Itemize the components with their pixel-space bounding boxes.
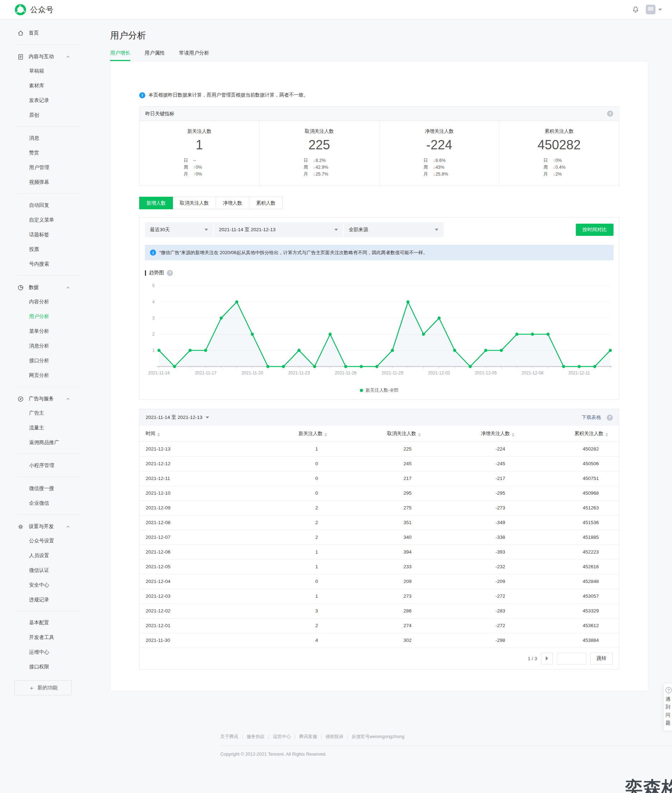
sidebar-item-运维中心[interactable]: 运维中心 (17, 648, 83, 656)
column-header-时间[interactable]: 时间 (139, 426, 255, 442)
sidebar-item-素材库[interactable]: 素材库 (17, 82, 83, 90)
download-table-link[interactable]: 下载表格 (582, 414, 601, 421)
sidebar-item-网页分析[interactable]: 网页分析 (17, 372, 83, 380)
brand[interactable]: 公众号 (14, 3, 54, 16)
sidebar-item-草稿箱[interactable]: 草稿箱 (17, 67, 83, 75)
sidebar-item-用户分析[interactable]: 用户分析 (17, 313, 83, 320)
sidebar-item-开发者工具[interactable]: 开发者工具 (17, 634, 83, 641)
sidebar-item-返佣商品推广[interactable]: 返佣商品推广 (17, 439, 83, 447)
sidebar-item-原创[interactable]: 原创 (17, 111, 83, 119)
sidebar-item-微信搜一搜[interactable]: 微信搜一搜 (17, 485, 83, 492)
sidebar-item-人员设置[interactable]: 人员设置 (17, 552, 83, 560)
tab-常读用户分析[interactable]: 常读用户分析 (179, 50, 209, 61)
plus-icon: ＋ (29, 684, 35, 692)
sidebar-item-接口分析[interactable]: 接口分析 (17, 357, 83, 365)
filter-select-2[interactable]: 全部来源 (344, 222, 443, 237)
table-cell: -217 (432, 471, 525, 486)
help-icon[interactable]: ? (607, 415, 613, 421)
table-cell: -338 (432, 530, 525, 545)
series-tab-取消关注人数[interactable]: 取消关注人数 (173, 197, 216, 209)
sidebar-item-赞赏[interactable]: 赞赏 (17, 149, 83, 157)
sidebar-group-设置与开发[interactable]: 设置与开发 (17, 522, 83, 531)
sidebar-item-微信认证[interactable]: 微信认证 (17, 567, 83, 574)
table-cell: 4 (255, 633, 338, 647)
sidebar-item-违规记录[interactable]: 违规记录 (17, 596, 83, 604)
chevron-up-icon[interactable] (66, 524, 70, 529)
sidebar-item-话题标签[interactable]: 话题标签 (17, 231, 83, 239)
sort-icon[interactable] (512, 433, 515, 437)
filter-select-1[interactable]: 2021-11-14 至 2021-12-13 (214, 222, 343, 237)
page-jump-input[interactable] (557, 653, 586, 665)
sidebar-item-号内搜索[interactable]: 号内搜索 (17, 260, 83, 268)
top-bar: 公众号 (0, 0, 672, 19)
sidebar-item-内容分析[interactable]: 内容分析 (17, 298, 83, 306)
footer-link-1[interactable]: 服务协议 (246, 734, 264, 740)
filter-select-0[interactable]: 最近30天 (145, 222, 213, 237)
series-tab-新增人数[interactable]: 新增人数 (139, 197, 173, 209)
footer-link-5[interactable]: 反馈官号weixingongzhong (352, 734, 404, 740)
sidebar-item-发表记录[interactable]: 发表记录 (17, 96, 83, 104)
sidebar-item-自动回复[interactable]: 自动回复 (17, 201, 83, 209)
sidebar-item-安全中心[interactable]: 安全中心 (17, 581, 83, 589)
new-feature-button[interactable]: ＋ 新的功能 (14, 680, 72, 695)
legend-dot-icon (360, 389, 363, 392)
table-row: 2021-12-072340-338451885 (139, 530, 619, 545)
sidebar-item-公众号设置[interactable]: 公众号设置 (17, 537, 83, 545)
column-header-累积关注人数[interactable]: 累积关注人数 (525, 426, 619, 442)
help-floating-widget[interactable]: ? 遇到问题 (663, 683, 672, 731)
sidebar-item-接口权限[interactable]: 接口权限 (17, 663, 83, 671)
chevron-up-icon[interactable] (66, 397, 70, 401)
chevron-up-icon[interactable] (66, 285, 70, 290)
sidebar-item-自定义菜单[interactable]: 自定义菜单 (17, 216, 83, 224)
sidebar-item-用户管理[interactable]: 用户管理 (17, 164, 83, 171)
sidebar-item-消息分析[interactable]: 消息分析 (17, 342, 83, 350)
footer-link-4[interactable]: 侵权投诉 (325, 734, 343, 740)
tab-用户属性[interactable]: 用户属性 (145, 50, 165, 61)
sort-icon[interactable] (324, 433, 327, 437)
series-tab-净增人数[interactable]: 净增人数 (216, 197, 250, 209)
chevron-up-icon[interactable] (66, 54, 70, 59)
next-page-button[interactable] (541, 653, 553, 665)
sidebar-item-home[interactable]: 首页 (17, 29, 83, 37)
sidebar-item-广告主[interactable]: 广告主 (17, 409, 83, 417)
column-header-新关注人数[interactable]: 新关注人数 (255, 426, 338, 442)
footer-link-3[interactable]: 腾讯客服 (299, 734, 317, 740)
sort-icon[interactable] (418, 433, 421, 437)
table-cell: 2 (255, 500, 338, 515)
sidebar-item-基本配置[interactable]: 基本配置 (17, 619, 83, 627)
table-cell: 2021-12-06 (139, 545, 255, 559)
jump-button[interactable]: 跳转 (590, 653, 613, 665)
sidebar-item-小程序管理[interactable]: 小程序管理 (17, 461, 83, 469)
table-cell: 245 (338, 456, 432, 471)
footer-link-0[interactable]: 关于腾讯 (220, 734, 238, 740)
sort-icon[interactable] (605, 433, 608, 437)
sidebar-group-数据[interactable]: 数据 (17, 283, 83, 292)
avatar[interactable] (646, 5, 656, 14)
compare-by-time-button[interactable]: 按时间对比 (576, 224, 614, 236)
sort-icon[interactable] (157, 433, 160, 437)
help-icon[interactable]: ? (167, 270, 173, 276)
column-header-取消关注人数[interactable]: 取消关注人数 (338, 426, 432, 442)
sidebar-item-菜单分析[interactable]: 菜单分析 (17, 327, 83, 335)
sidebar-item-流量主[interactable]: 流量主 (17, 424, 83, 432)
trend-period: 周 (304, 164, 308, 171)
column-header-净增关注人数[interactable]: 净增关注人数 (432, 426, 525, 442)
tab-用户增长[interactable]: 用户增长 (110, 50, 130, 61)
account-menu[interactable] (646, 5, 662, 14)
sidebar-group-广告与服务[interactable]: 广告与服务 (17, 394, 83, 403)
sidebar-item-消息[interactable]: 消息 (17, 134, 83, 142)
help-icon[interactable]: ? (607, 111, 613, 117)
sidebar-item-企业微信[interactable]: 企业微信 (17, 499, 83, 507)
sidebar-item-视频弹幕[interactable]: 视频弹幕 (17, 178, 83, 186)
metric-trend-row: 周↑0% (184, 164, 215, 171)
footer-link-2[interactable]: 运营中心 (273, 734, 291, 740)
sidebar-group-内容与互动[interactable]: 内容与互动 (17, 53, 83, 61)
table-range-select[interactable]: 2021-11-14 至 2021-12-13 (146, 414, 209, 421)
metric-value: 225 (309, 138, 330, 152)
series-tab-累积人数[interactable]: 累积人数 (249, 197, 283, 209)
metric-trends: 日↓8.6%周↓43%月↓25.8% (423, 157, 455, 178)
chart-legend[interactable]: 新关注人数-全部 (139, 387, 619, 393)
sidebar-group-label: 设置与开发 (29, 524, 54, 530)
sidebar-item-投票[interactable]: 投票 (17, 245, 83, 253)
notification-bell-icon[interactable] (632, 6, 639, 13)
